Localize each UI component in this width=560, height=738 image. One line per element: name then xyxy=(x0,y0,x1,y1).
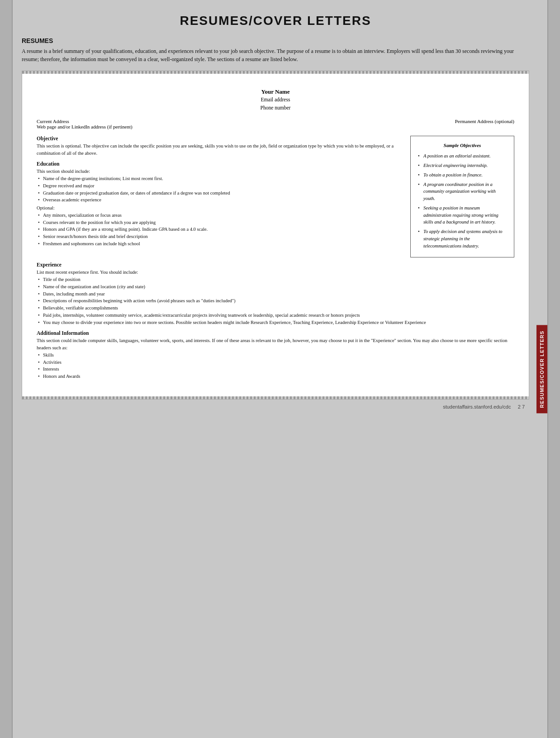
right-tab-area: RESUMES/COVER LETTERS xyxy=(538,0,560,738)
objective-item: A position as an editorial assistant. xyxy=(417,152,508,160)
right-decorative-strip xyxy=(547,0,560,738)
list-item: Overseas academic experience xyxy=(37,196,403,204)
list-item: Honors and GPA (if they are a strong sel… xyxy=(37,226,403,233)
resumes-heading: RESUMES xyxy=(22,37,529,44)
education-intro: This section should include: xyxy=(37,168,403,175)
education-required-list: Name of the degree-granting institutions… xyxy=(37,175,403,204)
page-footer: studentaffairs.stanford.edu/cdc 2 7 xyxy=(22,404,529,409)
optional-label: Optional: xyxy=(37,205,403,212)
doc-inner: Your Name Email address Phone number Cur… xyxy=(37,88,514,385)
list-item: Interests xyxy=(37,366,514,373)
additional-info-body: This section could include computer skil… xyxy=(37,337,514,352)
objective-section: Objective This section is optional. The … xyxy=(37,136,403,157)
doc-bottom-border xyxy=(22,396,529,399)
objectives-box: Sample Objectives A position as an edito… xyxy=(410,136,514,258)
resume-phone: Phone number xyxy=(37,104,514,112)
page-wrapper: RESUMES/COVER LETTERS RESUMES A resume i… xyxy=(0,0,560,738)
objective-item: Seeking a position in museum administrat… xyxy=(417,205,508,226)
address-left: Current Address Web page and/or LinkedIn… xyxy=(37,119,133,129)
web-address-label: Web page and/or LinkedIn address (if per… xyxy=(37,124,133,129)
doc-top-border xyxy=(22,71,529,74)
list-item: Dates, including month and year xyxy=(37,290,514,298)
list-item: Honors and Awards xyxy=(37,373,514,380)
list-item: You may choose to divide your experience… xyxy=(37,319,514,326)
additional-info-list: Skills Activities Interests Honors and A… xyxy=(37,352,514,380)
left-decorative-bar xyxy=(0,0,13,738)
additional-info-section: Additional Information This section coul… xyxy=(37,330,514,380)
resume-header: Your Name Email address Phone number xyxy=(37,88,514,112)
permanent-address-label: Permanent Address (optional) xyxy=(455,119,514,129)
list-item: Title of the position xyxy=(37,276,514,283)
list-item: Senior research/honors thesis title and … xyxy=(37,233,403,240)
vertical-tab: RESUMES/COVER LETTERS xyxy=(536,325,547,413)
page-title: RESUMES/COVER LETTERS xyxy=(22,14,529,28)
objective-title: Objective xyxy=(37,136,403,141)
list-item: Skills xyxy=(37,352,514,359)
experience-list: Title of the position Name of the organi… xyxy=(37,276,514,326)
left-col: Objective This section is optional. The … xyxy=(37,136,403,258)
education-optional-list: Any minors, specialization or focus area… xyxy=(37,212,403,248)
list-item: Descriptions of responsibilities beginni… xyxy=(37,297,514,305)
objective-item: A program coordinator position in a comm… xyxy=(417,181,508,202)
objective-body: This section is optional. The objective … xyxy=(37,143,403,157)
objectives-box-title: Sample Objectives xyxy=(417,142,508,149)
list-item: Name of the degree-granting institutions… xyxy=(37,175,403,182)
objective-item: Electrical engineering internship. xyxy=(417,162,508,169)
experience-title: Experience xyxy=(37,262,514,267)
address-row: Current Address Web page and/or LinkedIn… xyxy=(37,119,514,129)
objectives-list: A position as an editorial assistant. El… xyxy=(417,152,508,249)
list-item: Graduation date or projected graduation … xyxy=(37,190,403,197)
list-item: Courses relevant to the position for whi… xyxy=(37,219,403,226)
intro-paragraph: A resume is a brief summary of your qual… xyxy=(22,47,529,63)
resume-email: Email address xyxy=(37,95,514,104)
page-number: 2 7 xyxy=(518,404,525,409)
resume-name: Your Name xyxy=(37,88,514,95)
two-col-section: Objective This section is optional. The … xyxy=(37,136,514,258)
main-content: RESUMES/COVER LETTERS RESUMES A resume i… xyxy=(13,0,538,738)
experience-section: Experience List most recent experience f… xyxy=(37,262,514,326)
list-item: Degree received and major xyxy=(37,182,403,190)
list-item: Any minors, specialization or focus area… xyxy=(37,212,403,219)
list-item: Paid jobs, internships, volunteer commun… xyxy=(37,312,514,319)
current-address-label: Current Address xyxy=(37,119,133,124)
list-item: Name of the organization and location (c… xyxy=(37,283,514,290)
sample-objectives-col: Sample Objectives A position as an edito… xyxy=(410,136,514,258)
education-section: Education This section should include: N… xyxy=(37,161,403,247)
objective-item: To apply decision and systems analysis t… xyxy=(417,228,508,249)
objective-item: To obtain a position in finance. xyxy=(417,171,508,179)
additional-info-title: Additional Information xyxy=(37,330,514,336)
list-item: Freshmen and sophomores can include high… xyxy=(37,240,403,248)
document-area: Your Name Email address Phone number Cur… xyxy=(22,71,529,400)
footer-url: studentaffairs.stanford.edu/cdc xyxy=(443,404,511,409)
list-item: Activities xyxy=(37,359,514,366)
experience-intro: List most recent experience first. You s… xyxy=(37,269,514,276)
list-item: Believable, verifiable accomplishments xyxy=(37,305,514,312)
education-title: Education xyxy=(37,161,403,167)
